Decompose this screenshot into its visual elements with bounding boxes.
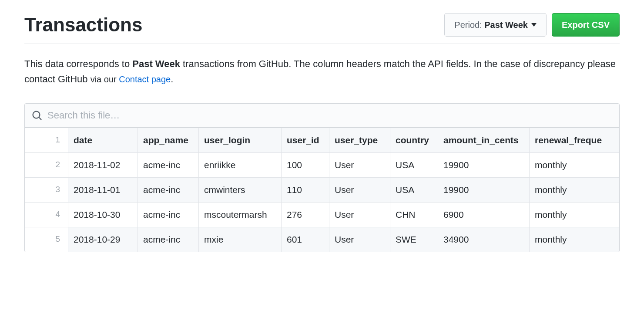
search-row [25, 104, 619, 128]
table-cell: monthly [530, 202, 620, 227]
table-cell: 34900 [438, 227, 530, 252]
description-via: via our Contact page [91, 74, 171, 84]
table-cell: SWE [390, 227, 438, 252]
description-text: This data corresponds to Past Week trans… [24, 56, 620, 87]
table-cell: USA [390, 177, 438, 202]
table-cell: 6900 [438, 202, 530, 227]
period-value: Past Week [484, 20, 528, 29]
table-cell: USA [390, 152, 438, 177]
table-cell: 2018-10-29 [68, 227, 138, 252]
table-cell: monthly [530, 227, 620, 252]
line-number: 2 [25, 152, 68, 177]
table-cell: User [329, 177, 390, 202]
table-cell: 19900 [438, 152, 530, 177]
period-label: Period: [454, 20, 482, 29]
col-header: user_login [199, 128, 282, 152]
col-header: amount_in_cents [438, 128, 530, 152]
col-header: country [390, 128, 438, 152]
table-cell: acme-inc [138, 177, 199, 202]
search-input[interactable] [47, 110, 612, 121]
transactions-grid: 1 date app_name user_login user_id user_… [25, 128, 619, 252]
description-via-text: via our [91, 74, 119, 84]
table-cell: monthly [530, 177, 620, 202]
line-number: 5 [25, 227, 68, 252]
table-cell: mscoutermarsh [199, 202, 282, 227]
header-actions: Period: Past Week Export CSV [444, 13, 620, 37]
description-tail: . [171, 74, 173, 84]
page-title: Transactions [24, 14, 142, 36]
transactions-table-wrapper: 1 date app_name user_login user_id user_… [24, 103, 620, 252]
line-number: 3 [25, 177, 68, 202]
table-cell: acme-inc [138, 227, 199, 252]
description-period: Past Week [132, 58, 180, 69]
export-csv-button[interactable]: Export CSV [552, 13, 620, 37]
col-header: renewal_freque [530, 128, 620, 152]
table-cell: User [329, 152, 390, 177]
table-cell: User [329, 202, 390, 227]
table-cell: monthly [530, 152, 620, 177]
col-header: app_name [138, 128, 199, 152]
table-cell: 19900 [438, 177, 530, 202]
table-cell: mxie [199, 227, 282, 252]
table-cell: 2018-10-30 [68, 202, 138, 227]
table-cell: CHN [390, 202, 438, 227]
table-cell: acme-inc [138, 152, 199, 177]
col-header: user_type [329, 128, 390, 152]
table-cell: enriikke [199, 152, 282, 177]
table-cell: cmwinters [199, 177, 282, 202]
period-dropdown[interactable]: Period: Past Week [444, 13, 547, 37]
table-cell: 601 [282, 227, 329, 252]
table-cell: 276 [282, 202, 329, 227]
contact-page-link[interactable]: Contact page [119, 74, 171, 84]
line-number: 4 [25, 202, 68, 227]
table-cell: 100 [282, 152, 329, 177]
col-header: user_id [282, 128, 329, 152]
table-cell: 2018-11-01 [68, 177, 138, 202]
table-cell: 2018-11-02 [68, 152, 138, 177]
col-header: date [68, 128, 138, 152]
search-icon [32, 110, 42, 121]
table-cell: acme-inc [138, 202, 199, 227]
page-header: Transactions Period: Past Week Export CS… [24, 13, 620, 44]
caret-down-icon [531, 23, 537, 27]
line-number: 1 [25, 128, 68, 152]
description-part1: This data corresponds to [24, 58, 132, 69]
table-cell: User [329, 227, 390, 252]
table-cell: 110 [282, 177, 329, 202]
